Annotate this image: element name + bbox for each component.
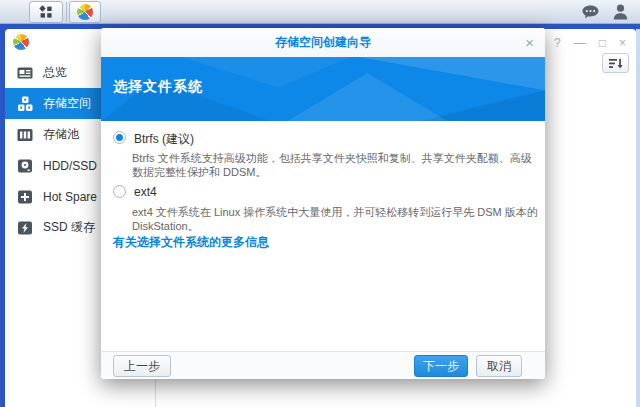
storage-manager-taskbar-button[interactable] [69,1,101,23]
sidebar-item-label: SSD 缓存 [43,219,95,236]
radio-ext4-label[interactable]: ext4 [134,185,157,199]
storage-space-icon [16,95,34,113]
radio-ext4[interactable] [113,185,126,198]
sidebar-item-label: 存储池 [43,126,79,143]
radio-btrfs-label[interactable]: Btrfs (建议) [134,131,194,148]
maximize-icon[interactable]: □ [599,36,606,50]
btrfs-description: Btrfs 文件系统支持高级功能，包括共享文件夹快照和复制、共享文件夹配额、高级… [132,151,538,179]
storage-manager-pie-icon [13,34,29,50]
dialog-titlebar: 存储空间创建向导 × [101,28,545,57]
storage-pool-icon [16,126,34,144]
ssd-cache-icon [16,219,34,237]
minimize-icon[interactable]: — [574,36,586,50]
sidebar-item-label: 存储空间 [43,95,91,112]
taskbar-separator [66,2,67,22]
overview-icon [16,64,34,82]
hdd-ssd-icon [16,157,34,175]
storage-manager-pie-icon [77,4,93,20]
back-button[interactable]: 上一步 [113,355,171,377]
sort-profile-icon [609,58,623,69]
dialog-step-header: 选择文件系统 [101,57,545,121]
cancel-button[interactable]: 取消 [476,355,522,377]
storage-wizard-dialog: 存储空间创建向导 × 选择文件系统 Btrfs (建议) Btrfs 文件系统支… [101,28,545,379]
step-title: 选择文件系统 [113,78,203,96]
dialog-footer: 上一步 下一步 取消 [101,351,545,379]
help-icon[interactable]: ? [554,36,561,50]
ext4-description: ext4 文件系统在 Linux 操作系统中大量使用，并可轻松移转到运行早先 D… [132,205,538,233]
taskbar [0,0,640,24]
dialog-close-icon[interactable]: × [525,28,534,57]
next-button[interactable]: 下一步 [414,355,468,377]
dialog-title: 存储空间创建向导 [275,35,371,49]
user-icon[interactable] [613,4,628,20]
sort-profile-button[interactable] [602,53,629,73]
more-info-link[interactable]: 有关选择文件系统的更多信息 [113,234,269,251]
close-icon[interactable]: × [619,36,626,50]
desktop-background-strip [636,29,640,407]
main-menu-grid-icon [39,5,53,19]
sidebar-item-label: 总览 [43,64,67,81]
chat-bubble-icon[interactable] [582,5,599,19]
main-menu-button[interactable] [29,1,63,23]
hot-spare-icon [16,188,34,206]
sidebar-item-label: Hot Spare [43,190,97,204]
sidebar-item-label: HDD/SSD [43,159,97,173]
radio-btrfs[interactable] [113,131,126,144]
